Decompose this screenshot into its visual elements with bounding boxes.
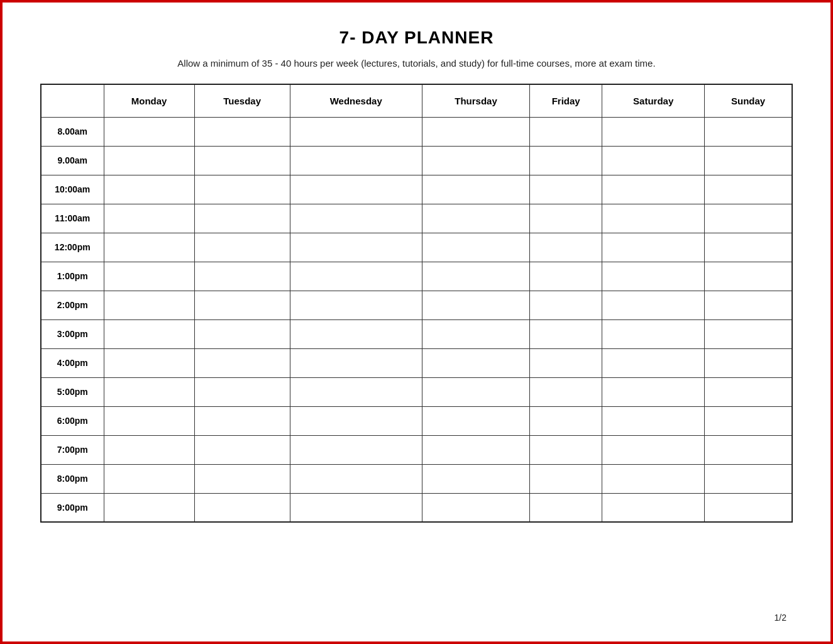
cell-wednesday-4[interactable] (290, 233, 422, 262)
cell-thursday-2[interactable] (422, 175, 529, 204)
cell-tuesday-7[interactable] (194, 319, 290, 348)
cell-monday-6[interactable] (104, 291, 194, 319)
cell-thursday-8[interactable] (422, 348, 529, 377)
cell-tuesday-5[interactable] (194, 262, 290, 291)
cell-wednesday-0[interactable] (290, 117, 422, 146)
header-day-thursday: Thursday (422, 84, 529, 117)
cell-monday-8[interactable] (104, 348, 194, 377)
cell-monday-2[interactable] (104, 175, 194, 204)
cell-saturday-6[interactable] (602, 291, 705, 319)
cell-tuesday-3[interactable] (194, 204, 290, 233)
cell-wednesday-3[interactable] (290, 204, 422, 233)
cell-sunday-7[interactable] (705, 319, 792, 348)
cell-friday-8[interactable] (530, 348, 602, 377)
cell-sunday-13[interactable] (705, 493, 792, 522)
cell-tuesday-6[interactable] (194, 291, 290, 319)
cell-tuesday-9[interactable] (194, 377, 290, 406)
cell-saturday-0[interactable] (602, 117, 705, 146)
cell-friday-1[interactable] (530, 146, 602, 175)
cell-wednesday-8[interactable] (290, 348, 422, 377)
table-row: 10:00am (41, 175, 792, 204)
cell-friday-0[interactable] (530, 117, 602, 146)
cell-wednesday-2[interactable] (290, 175, 422, 204)
cell-wednesday-5[interactable] (290, 262, 422, 291)
cell-wednesday-11[interactable] (290, 435, 422, 464)
cell-tuesday-4[interactable] (194, 233, 290, 262)
cell-thursday-9[interactable] (422, 377, 529, 406)
cell-saturday-12[interactable] (602, 464, 705, 493)
cell-monday-3[interactable] (104, 204, 194, 233)
cell-wednesday-7[interactable] (290, 319, 422, 348)
cell-thursday-5[interactable] (422, 262, 529, 291)
cell-thursday-10[interactable] (422, 406, 529, 435)
cell-saturday-10[interactable] (602, 406, 705, 435)
cell-saturday-11[interactable] (602, 435, 705, 464)
cell-tuesday-11[interactable] (194, 435, 290, 464)
cell-thursday-0[interactable] (422, 117, 529, 146)
cell-friday-4[interactable] (530, 233, 602, 262)
cell-sunday-0[interactable] (705, 117, 792, 146)
cell-sunday-4[interactable] (705, 233, 792, 262)
cell-wednesday-9[interactable] (290, 377, 422, 406)
cell-monday-11[interactable] (104, 435, 194, 464)
cell-thursday-12[interactable] (422, 464, 529, 493)
cell-monday-0[interactable] (104, 117, 194, 146)
cell-sunday-12[interactable] (705, 464, 792, 493)
cell-tuesday-8[interactable] (194, 348, 290, 377)
cell-friday-12[interactable] (530, 464, 602, 493)
cell-thursday-7[interactable] (422, 319, 529, 348)
cell-sunday-11[interactable] (705, 435, 792, 464)
cell-wednesday-6[interactable] (290, 291, 422, 319)
cell-wednesday-12[interactable] (290, 464, 422, 493)
cell-saturday-13[interactable] (602, 493, 705, 522)
cell-friday-3[interactable] (530, 204, 602, 233)
cell-monday-7[interactable] (104, 319, 194, 348)
cell-tuesday-1[interactable] (194, 146, 290, 175)
cell-saturday-9[interactable] (602, 377, 705, 406)
cell-monday-4[interactable] (104, 233, 194, 262)
cell-monday-1[interactable] (104, 146, 194, 175)
cell-saturday-1[interactable] (602, 146, 705, 175)
cell-saturday-5[interactable] (602, 262, 705, 291)
cell-thursday-13[interactable] (422, 493, 529, 522)
cell-saturday-4[interactable] (602, 233, 705, 262)
cell-saturday-2[interactable] (602, 175, 705, 204)
cell-saturday-3[interactable] (602, 204, 705, 233)
cell-friday-13[interactable] (530, 493, 602, 522)
cell-tuesday-2[interactable] (194, 175, 290, 204)
cell-tuesday-0[interactable] (194, 117, 290, 146)
cell-friday-11[interactable] (530, 435, 602, 464)
cell-monday-13[interactable] (104, 493, 194, 522)
cell-thursday-1[interactable] (422, 146, 529, 175)
cell-monday-12[interactable] (104, 464, 194, 493)
cell-thursday-6[interactable] (422, 291, 529, 319)
cell-saturday-8[interactable] (602, 348, 705, 377)
cell-friday-6[interactable] (530, 291, 602, 319)
cell-sunday-8[interactable] (705, 348, 792, 377)
cell-monday-9[interactable] (104, 377, 194, 406)
cell-sunday-9[interactable] (705, 377, 792, 406)
cell-saturday-7[interactable] (602, 319, 705, 348)
cell-thursday-3[interactable] (422, 204, 529, 233)
cell-friday-7[interactable] (530, 319, 602, 348)
cell-thursday-4[interactable] (422, 233, 529, 262)
cell-friday-9[interactable] (530, 377, 602, 406)
cell-wednesday-13[interactable] (290, 493, 422, 522)
cell-sunday-10[interactable] (705, 406, 792, 435)
cell-tuesday-10[interactable] (194, 406, 290, 435)
cell-sunday-3[interactable] (705, 204, 792, 233)
cell-friday-2[interactable] (530, 175, 602, 204)
cell-sunday-5[interactable] (705, 262, 792, 291)
cell-friday-5[interactable] (530, 262, 602, 291)
cell-sunday-2[interactable] (705, 175, 792, 204)
cell-sunday-1[interactable] (705, 146, 792, 175)
cell-friday-10[interactable] (530, 406, 602, 435)
cell-wednesday-10[interactable] (290, 406, 422, 435)
cell-sunday-6[interactable] (705, 291, 792, 319)
cell-monday-10[interactable] (104, 406, 194, 435)
cell-tuesday-12[interactable] (194, 464, 290, 493)
cell-wednesday-1[interactable] (290, 146, 422, 175)
cell-monday-5[interactable] (104, 262, 194, 291)
cell-thursday-11[interactable] (422, 435, 529, 464)
cell-tuesday-13[interactable] (194, 493, 290, 522)
